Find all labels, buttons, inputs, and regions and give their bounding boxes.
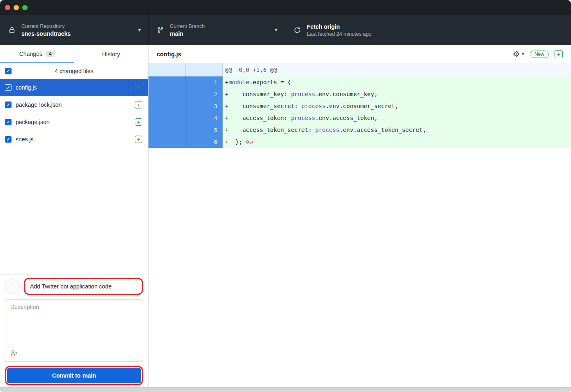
- new-line-number[interactable]: 1: [186, 76, 223, 88]
- current-repository-label: Current Repository: [21, 23, 71, 29]
- diff-options-button[interactable]: ⚙ ▾: [513, 50, 524, 58]
- changed-files-list: ✓config.js+✓package-lock.json+✓package.j…: [0, 79, 148, 148]
- file-name: config.js: [16, 84, 131, 91]
- diff-line: 2+ consumer_key: process.env.consumer_ke…: [149, 88, 571, 100]
- file-checkbox[interactable]: ✓: [5, 119, 12, 125]
- code-line: + }; ⊘↵: [223, 136, 571, 148]
- diff-lines: 1+module.exports = {2+ consumer_key: pro…: [149, 76, 571, 148]
- commit-button[interactable]: Commit tomain: [7, 368, 141, 383]
- diff-file-title: config.js: [157, 51, 181, 58]
- last-fetched-text: Last fetched 24 minutes ago: [307, 31, 371, 37]
- tab-history[interactable]: History: [74, 45, 148, 63]
- window-bottom-edge: [0, 387, 571, 392]
- gear-icon: ⚙: [513, 50, 520, 58]
- current-branch-label: Current Branch: [170, 23, 205, 29]
- chevron-down-icon: ▾: [522, 51, 524, 57]
- fetch-origin-label: Fetch origin: [307, 23, 371, 30]
- old-line-number[interactable]: [149, 88, 186, 100]
- file-row-config.js[interactable]: ✓config.js+: [0, 79, 148, 96]
- diff-line: 6+ }; ⊘↵: [149, 136, 571, 148]
- sync-icon: [293, 26, 301, 34]
- code-line: + access_token_secret: process.env.acces…: [223, 124, 571, 136]
- new-line-number[interactable]: 6: [186, 136, 223, 148]
- chevron-down-icon: ▾: [275, 27, 277, 33]
- tab-history-label: History: [102, 51, 120, 58]
- new-line-number[interactable]: 3: [186, 100, 223, 112]
- hunk-header: @@ -0,0 +1,6 @@: [223, 63, 571, 76]
- current-repository-value: snes-soundtracks: [21, 30, 71, 37]
- old-line-number[interactable]: [149, 112, 186, 124]
- new-line-number[interactable]: 2: [186, 88, 223, 100]
- old-line-number: [149, 63, 186, 76]
- code-line: + consumer_secret: process.env.consumer_…: [223, 100, 571, 112]
- file-row-package-lock.json[interactable]: ✓package-lock.json+: [0, 96, 148, 113]
- toolbar: Current Repository snes-soundtracks ▾ Cu…: [0, 15, 571, 45]
- current-branch-value: main: [170, 30, 205, 37]
- file-checkbox[interactable]: ✓: [5, 101, 12, 108]
- code-line: + consumer_key: process.env.consumer_key…: [223, 88, 571, 100]
- diff-line: 1+module.exports = {: [149, 76, 571, 88]
- diff-line: 5+ access_token_secret: process.env.acce…: [149, 124, 571, 136]
- annotation-commit-highlight: Commit tomain: [5, 366, 143, 385]
- commit-form: Commit tomain: [0, 274, 148, 392]
- github-desktop-window: Current Repository snes-soundtracks ▾ Cu…: [0, 0, 571, 392]
- changes-count-badge: 4: [46, 51, 55, 57]
- commit-summary-row: [5, 278, 143, 295]
- close-window-button[interactable]: [5, 5, 10, 10]
- added-status-icon: +: [555, 50, 563, 58]
- new-line-number: [186, 63, 223, 76]
- old-line-number[interactable]: [149, 100, 186, 112]
- old-line-number[interactable]: [149, 124, 186, 136]
- code-line: + access_token: process.env.access_token…: [223, 112, 571, 124]
- diff-line: 4+ access_token: process.env.access_toke…: [149, 112, 571, 124]
- tab-changes[interactable]: Changes 4: [0, 45, 74, 63]
- file-name: package-lock.json: [16, 101, 131, 108]
- old-line-number[interactable]: [149, 76, 186, 88]
- diff-header: config.js ⚙ ▾ New +: [149, 45, 571, 63]
- sidebar: Changes 4 History ✓ 4 changed files ✓con…: [0, 45, 149, 392]
- changed-files-header: ✓ 4 changed files: [0, 63, 148, 79]
- current-branch-dropdown[interactable]: Current Branch main ▾: [149, 15, 285, 45]
- fetch-origin-button[interactable]: Fetch origin Last fetched 24 minutes ago: [285, 15, 422, 45]
- file-name: snes.js: [16, 136, 131, 143]
- current-repository-dropdown[interactable]: Current Repository snes-soundtracks ▾: [0, 15, 149, 45]
- zoom-window-button[interactable]: [22, 5, 28, 10]
- hunk-header-row[interactable]: @@ -0,0 +1,6 @@: [149, 63, 571, 76]
- chevron-down-icon: ▾: [138, 27, 141, 33]
- commit-button-prefix: Commit to: [52, 372, 81, 379]
- changed-files-count: 4 changed files: [0, 68, 148, 74]
- commit-description-box: [5, 299, 143, 362]
- git-branch-icon: [157, 26, 164, 34]
- add-coauthor-icon[interactable]: [10, 350, 18, 357]
- diff-view: @@ -0,0 +1,6 @@ 1+module.exports = {2+ c…: [149, 63, 571, 148]
- sidebar-spacer: [0, 148, 148, 274]
- diff-panel: config.js ⚙ ▾ New + @@ -0,0 +1,6 @@ 1+mo…: [149, 45, 571, 392]
- new-file-badge: New: [530, 51, 549, 58]
- commit-summary-input[interactable]: [26, 280, 141, 293]
- new-line-number[interactable]: 4: [186, 112, 223, 124]
- old-line-number[interactable]: [149, 136, 186, 148]
- added-status-icon: +: [135, 84, 142, 91]
- minimize-window-button[interactable]: [14, 5, 19, 10]
- file-checkbox[interactable]: ✓: [5, 84, 12, 91]
- annotation-summary-highlight: [24, 278, 143, 295]
- code-line: +module.exports = {: [223, 76, 571, 88]
- commit-button-branch: main: [83, 372, 96, 379]
- lock-icon: [8, 26, 16, 34]
- select-all-checkbox[interactable]: ✓: [5, 68, 12, 74]
- diff-header-actions: ⚙ ▾ New +: [513, 50, 563, 58]
- diff-line: 3+ consumer_secret: process.env.consumer…: [149, 100, 571, 112]
- added-status-icon: +: [135, 118, 142, 126]
- commit-description-input[interactable]: [5, 300, 143, 346]
- file-checkbox[interactable]: ✓: [5, 136, 12, 143]
- added-status-icon: +: [135, 101, 142, 108]
- sidebar-tabs: Changes 4 History: [0, 45, 148, 63]
- file-name: package.json: [16, 119, 131, 125]
- file-row-snes.js[interactable]: ✓snes.js+: [0, 131, 148, 148]
- new-line-number[interactable]: 5: [186, 124, 223, 136]
- tab-changes-label: Changes: [19, 51, 42, 57]
- file-row-package.json[interactable]: ✓package.json+: [0, 113, 148, 131]
- avatar: [5, 279, 20, 294]
- added-status-icon: +: [135, 136, 142, 143]
- titlebar: [0, 0, 571, 15]
